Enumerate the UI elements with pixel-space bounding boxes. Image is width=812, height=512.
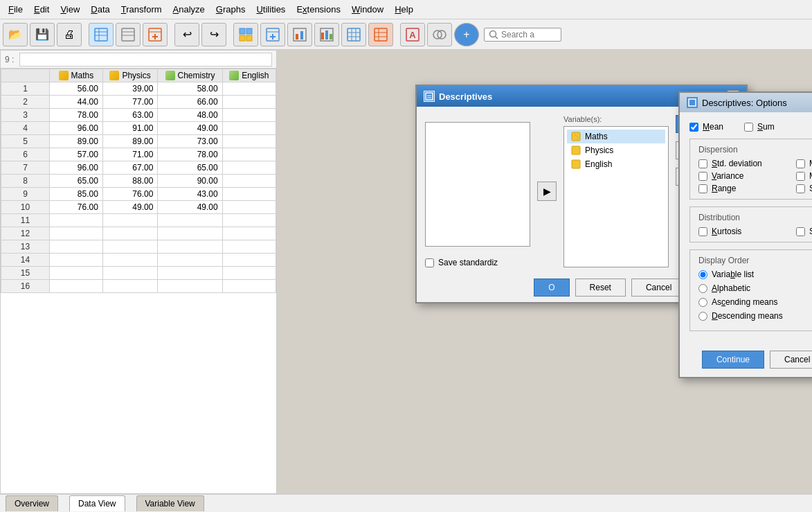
english-cell[interactable]	[222, 109, 276, 122]
continue-button[interactable]: Continue	[702, 351, 764, 369]
data-cell[interactable]: 91.00	[102, 122, 157, 135]
menu-graphs[interactable]: Graphs	[210, 2, 251, 17]
data-cell[interactable]: 89.00	[50, 135, 103, 148]
col-header-chemistry[interactable]: Chemistry	[158, 69, 222, 82]
data-cell[interactable]: 76.00	[50, 201, 103, 214]
print-button[interactable]: 🖨	[57, 23, 82, 46]
selected-vars-list[interactable]: 📏 Maths Physics	[563, 126, 669, 267]
data-cell[interactable]: 57.00	[50, 148, 103, 161]
sum-checkbox[interactable]	[744, 123, 753, 132]
english-cell[interactable]	[222, 96, 276, 109]
data-cell[interactable]	[50, 240, 103, 254]
chart-button[interactable]	[287, 23, 312, 46]
data-cell[interactable]	[102, 240, 157, 254]
radio-alphabetic-input[interactable]	[698, 284, 707, 293]
options-cancel-button[interactable]: Cancel	[770, 351, 812, 369]
menu-analyze[interactable]: Analyze	[168, 2, 210, 17]
maximum-label[interactable]: Maximum	[809, 171, 812, 181]
undo-button[interactable]: ↩	[174, 23, 199, 46]
tab-overview[interactable]: Overview	[6, 495, 58, 511]
move-right-button[interactable]: ▶	[537, 182, 557, 201]
english-cell[interactable]	[222, 175, 276, 188]
data-cell[interactable]: 49.00	[158, 122, 222, 135]
data-cell[interactable]: 58.00	[158, 82, 222, 96]
table2-button[interactable]	[368, 23, 393, 46]
data-cell[interactable]	[50, 267, 103, 280]
redo-button[interactable]: ↪	[201, 23, 226, 46]
data-cell[interactable]	[158, 267, 222, 280]
data-cell[interactable]: 65.00	[50, 175, 103, 188]
english-cell[interactable]	[222, 227, 276, 240]
kurtosis-checkbox[interactable]	[698, 227, 707, 236]
data-cell[interactable]	[50, 227, 103, 240]
data-cell[interactable]	[50, 254, 103, 267]
menu-transform[interactable]: Transform	[116, 2, 168, 17]
menu-help[interactable]: Help	[389, 2, 419, 17]
radio-variable-list-input[interactable]	[698, 270, 707, 279]
se-mean-checkbox[interactable]	[796, 184, 805, 193]
data-cell[interactable]	[158, 227, 222, 240]
data-cell[interactable]	[158, 214, 222, 227]
data-cell[interactable]: 56.00	[50, 82, 103, 96]
english-cell[interactable]	[222, 280, 276, 293]
data-cell[interactable]: 77.00	[102, 96, 157, 109]
table-row[interactable]: 14	[1, 254, 276, 267]
save-checkbox[interactable]	[425, 258, 434, 267]
english-cell[interactable]	[222, 254, 276, 267]
std-dev-checkbox[interactable]	[698, 159, 707, 168]
table-row[interactable]: 378.0063.0048.00	[1, 109, 276, 122]
data-cell[interactable]: 85.00	[50, 188, 103, 201]
table-row[interactable]: 589.0089.0073.00	[1, 135, 276, 148]
col-header-maths[interactable]: Maths	[50, 69, 103, 82]
text-button[interactable]: A	[400, 23, 425, 46]
data-cell[interactable]: 96.00	[50, 161, 103, 175]
col-header-english[interactable]: English	[222, 69, 276, 82]
variance-checkbox[interactable]	[698, 172, 707, 181]
data-cell[interactable]: 73.00	[158, 135, 222, 148]
tab-data-view[interactable]: Data View	[69, 495, 125, 511]
table-row[interactable]: 13	[1, 240, 276, 254]
table-row[interactable]: 156.0039.0058.00	[1, 82, 276, 96]
minimum-checkbox[interactable]	[796, 159, 805, 168]
radio-variable-list-label[interactable]: Variable list	[712, 270, 754, 279]
formula-input[interactable]	[19, 53, 272, 67]
std-dev-label[interactable]: Std. deviation	[712, 159, 762, 168]
skewness-checkbox[interactable]	[796, 227, 805, 236]
english-cell[interactable]	[222, 122, 276, 135]
data-cell[interactable]: 49.00	[158, 201, 222, 214]
table-row[interactable]: 15	[1, 267, 276, 280]
menu-utilities[interactable]: Utilities	[251, 2, 291, 17]
ok-button[interactable]: O	[534, 279, 569, 297]
data-cell[interactable]: 49.00	[102, 201, 157, 214]
table-button[interactable]	[341, 23, 366, 46]
data-cell[interactable]	[102, 254, 157, 267]
data-cell[interactable]: 48.00	[158, 109, 222, 122]
minimum-label[interactable]: Minimum	[809, 159, 812, 168]
table-row[interactable]: 11	[1, 214, 276, 227]
table-row[interactable]: 496.0091.0049.00	[1, 122, 276, 135]
tab-variable-view[interactable]: Variable View	[136, 495, 204, 511]
english-cell[interactable]	[222, 135, 276, 148]
chart2-button[interactable]	[314, 23, 339, 46]
data-cell[interactable]: 88.00	[102, 175, 157, 188]
data-cell[interactable]: 89.00	[102, 135, 157, 148]
skewness-label[interactable]: Skewness	[809, 227, 812, 236]
menu-data[interactable]: Data	[85, 2, 115, 17]
table-row[interactable]: 865.0088.0090.00	[1, 175, 276, 188]
insert-cases-button[interactable]	[260, 23, 285, 46]
data-cell[interactable]: 66.00	[158, 96, 222, 109]
data-cell[interactable]	[50, 214, 103, 227]
save-button[interactable]: 💾	[30, 23, 55, 46]
insert-variable-button[interactable]	[143, 23, 168, 46]
data-cell[interactable]: 43.00	[158, 188, 222, 201]
data-cell[interactable]	[102, 227, 157, 240]
english-cell[interactable]	[222, 267, 276, 280]
plus-button[interactable]: +	[454, 23, 479, 46]
available-vars-list[interactable]	[425, 122, 530, 247]
mean-label[interactable]: Mean	[703, 122, 723, 132]
mean-checkbox[interactable]	[689, 123, 698, 132]
selected-var-maths[interactable]: 📏 Maths	[567, 130, 665, 143]
reset-button[interactable]: Reset	[575, 279, 626, 297]
menu-window[interactable]: Window	[346, 2, 389, 17]
english-cell[interactable]	[222, 214, 276, 227]
